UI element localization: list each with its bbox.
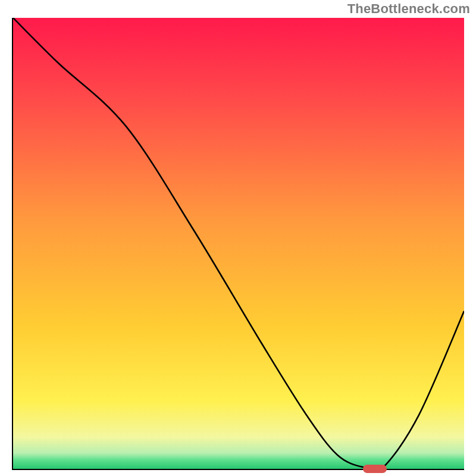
chart-area xyxy=(12,18,464,470)
optimum-marker xyxy=(363,465,387,473)
bottleneck-curve xyxy=(13,18,464,469)
watermark-text: TheBottleneck.com xyxy=(347,1,470,17)
